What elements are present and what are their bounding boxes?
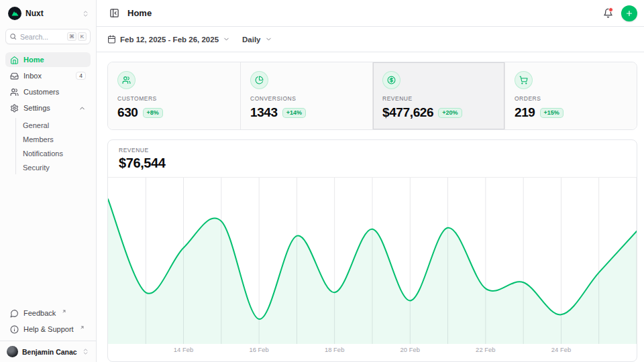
- chart-x-tick-label: 22 Feb: [476, 346, 495, 353]
- external-link-icon: [62, 309, 66, 314]
- stat-card-customers[interactable]: CUSTOMERS 630 +8%: [108, 62, 240, 129]
- sidebar-item-home[interactable]: Home: [5, 52, 91, 67]
- stat-delta-badge: +8%: [143, 108, 163, 118]
- chevrons-up-down-icon: [82, 10, 89, 17]
- feedback-label: Feedback: [23, 309, 56, 317]
- kbd-k: K: [78, 32, 87, 41]
- sidebar-item-label: Home: [23, 56, 86, 64]
- sidebar-footer-links: Feedback Help & Support: [0, 306, 96, 341]
- dollar-circle-icon: [382, 71, 400, 89]
- sidebar-spacer: [0, 174, 96, 306]
- info-icon: [10, 325, 19, 334]
- stat-value: $477,626: [382, 105, 433, 120]
- stat-label: CUSTOMERS: [117, 95, 231, 102]
- sidebar-item-inbox[interactable]: Inbox 4: [5, 68, 91, 83]
- page-header: Home: [97, 0, 644, 27]
- chart-header: REVENUE $76,544: [108, 140, 637, 178]
- notification-dot: [608, 7, 613, 12]
- filter-toolbar: Feb 12, 2025 - Feb 26, 2025 Daily: [97, 27, 644, 52]
- panel-left-close-icon: [109, 8, 119, 18]
- user-menu[interactable]: Benjamin Canac: [0, 341, 96, 362]
- stat-delta-badge: +14%: [282, 108, 306, 118]
- sidebar-item-label: Customers: [23, 88, 86, 96]
- feedback-link[interactable]: Feedback: [5, 306, 91, 320]
- settings-sub-list: General Members Notifications Security: [15, 118, 91, 174]
- sidebar-nav: Home Inbox 4 Customers Settings: [0, 52, 96, 174]
- stats-row: CUSTOMERS 630 +8% CONVERSIONS 1343 +14%: [107, 62, 637, 130]
- chevrons-up-down-icon: [82, 348, 89, 355]
- cart-icon: [515, 71, 533, 89]
- stat-card-orders[interactable]: ORDERS 219 +15%: [504, 62, 637, 129]
- stat-card-conversions[interactable]: CONVERSIONS 1343 +14%: [240, 62, 372, 129]
- stat-label: REVENUE: [382, 95, 495, 102]
- nuxt-logo-icon: [8, 7, 21, 20]
- chart-x-tick-label: 16 Feb: [249, 346, 268, 353]
- add-button[interactable]: [621, 5, 637, 21]
- inbox-icon: [10, 72, 19, 80]
- chart-x-tick-label: 24 Feb: [551, 346, 571, 353]
- sidebar-item-members[interactable]: Members: [17, 132, 91, 146]
- external-link-icon: [80, 325, 85, 330]
- date-range-picker[interactable]: Feb 12, 2025 - Feb 26, 2025: [106, 32, 231, 46]
- dashboard-app: Nuxt Search... ⌘ K Home: [0, 0, 644, 362]
- calendar-icon: [107, 35, 116, 44]
- workspace-name: Nuxt: [25, 9, 78, 18]
- sidebar-item-customers[interactable]: Customers: [5, 84, 91, 99]
- sidebar: Nuxt Search... ⌘ K Home: [0, 0, 97, 362]
- sidebar-collapse-button[interactable]: [106, 5, 122, 21]
- search-input[interactable]: Search... ⌘ K: [5, 29, 91, 44]
- stat-label: CONVERSIONS: [250, 95, 363, 102]
- user-name: Benjamin Canac: [22, 348, 78, 356]
- stat-delta-badge: +20%: [438, 108, 462, 118]
- sidebar-item-general[interactable]: General: [17, 118, 91, 132]
- plus-icon: [625, 9, 633, 17]
- revenue-area-chart[interactable]: 14 Feb16 Feb18 Feb20 Feb22 Feb24 Feb: [108, 178, 637, 357]
- stat-card-revenue[interactable]: REVENUE $477,626 +20%: [372, 62, 504, 129]
- stat-value: 630: [117, 105, 138, 120]
- sidebar-item-notifications[interactable]: Notifications: [17, 146, 91, 160]
- period-value: Daily: [242, 36, 261, 44]
- chart-x-tick-label: 14 Feb: [174, 346, 193, 353]
- users-icon: [10, 88, 19, 97]
- chat-icon: [10, 309, 19, 318]
- search-shortcut: ⌘ K: [67, 32, 87, 41]
- sidebar-item-settings[interactable]: Settings: [5, 101, 91, 115]
- chevron-down-icon: [223, 36, 230, 43]
- date-range-value: Feb 12, 2025 - Feb 26, 2025: [120, 36, 219, 44]
- search-icon: [9, 33, 17, 40]
- chevron-down-icon: [265, 36, 272, 43]
- period-select[interactable]: Daily: [241, 33, 274, 46]
- stat-delta-badge: +15%: [540, 108, 564, 118]
- stat-value: 1343: [250, 105, 278, 120]
- sidebar-item-label: Settings: [23, 104, 74, 112]
- users-icon: [117, 71, 136, 89]
- main-area: Home Feb 12, 2025 - Feb 26, 2025: [97, 0, 644, 362]
- workspace-switcher[interactable]: Nuxt: [0, 0, 96, 24]
- help-support-link[interactable]: Help & Support: [5, 322, 91, 337]
- inbox-count-badge: 4: [76, 72, 86, 80]
- stat-label: ORDERS: [515, 95, 627, 102]
- gear-icon: [10, 104, 19, 113]
- notifications-button[interactable]: [600, 5, 616, 21]
- page-title: Home: [127, 8, 594, 18]
- chart-title: REVENUE: [119, 147, 626, 154]
- avatar: [7, 346, 18, 357]
- stat-value: 219: [515, 105, 535, 120]
- sidebar-item-security[interactable]: Security: [17, 160, 91, 174]
- chart-headline-value: $76,544: [119, 156, 626, 171]
- help-support-label: Help & Support: [23, 325, 74, 333]
- pie-chart-icon: [250, 71, 268, 89]
- chart-x-tick-label: 20 Feb: [400, 346, 420, 353]
- search-placeholder: Search...: [20, 33, 64, 41]
- content: CUSTOMERS 630 +8% CONVERSIONS 1343 +14%: [97, 52, 644, 362]
- chart-x-tick-label: 18 Feb: [325, 346, 344, 353]
- chevron-up-icon: [78, 105, 86, 112]
- revenue-chart-panel: REVENUE $76,544 14 Feb16 Feb18 Feb20 Feb…: [107, 139, 637, 362]
- kbd-cmd: ⌘: [67, 32, 76, 41]
- sidebar-item-label: Inbox: [23, 72, 71, 80]
- home-icon: [10, 56, 19, 64]
